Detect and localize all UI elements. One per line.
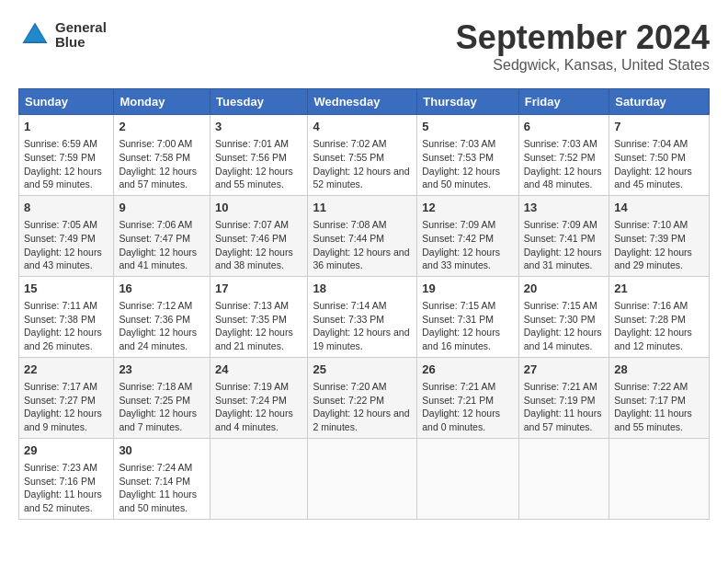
calendar-cell: 16Sunrise: 7:12 AMSunset: 7:36 PMDayligh… [114,276,210,357]
calendar-cell [518,438,609,519]
logo-line2: Blue [55,35,107,51]
day-number: 12 [422,200,514,216]
calendar-cell: 23Sunrise: 7:18 AMSunset: 7:25 PMDayligh… [114,357,210,438]
calendar-header-row: SundayMondayTuesdayWednesdayThursdayFrid… [19,89,710,115]
calendar-cell: 21Sunrise: 7:16 AMSunset: 7:28 PMDayligh… [609,276,710,357]
day-number: 19 [422,281,514,297]
day-number: 8 [24,200,108,216]
calendar-week-row: 29Sunrise: 7:23 AMSunset: 7:16 PMDayligh… [19,438,710,519]
logo: General Blue [18,18,107,52]
calendar-cell: 1Sunrise: 6:59 AMSunset: 7:59 PMDaylight… [19,115,114,196]
calendar-cell: 14Sunrise: 7:10 AMSunset: 7:39 PMDayligh… [609,195,710,276]
header-day-monday: Monday [114,89,210,115]
day-number: 6 [524,119,604,135]
calendar-cell: 10Sunrise: 7:07 AMSunset: 7:46 PMDayligh… [210,195,308,276]
day-number: 15 [24,281,108,297]
day-number: 25 [313,362,412,378]
calendar-week-row: 1Sunrise: 6:59 AMSunset: 7:59 PMDaylight… [19,115,710,196]
calendar-cell: 30Sunrise: 7:24 AMSunset: 7:14 PMDayligh… [114,438,210,519]
page-header: General Blue September 2024 Sedgwick, Ka… [18,18,710,74]
day-number: 28 [614,362,704,378]
calendar-cell: 4Sunrise: 7:02 AMSunset: 7:55 PMDaylight… [308,115,417,196]
calendar-cell: 15Sunrise: 7:11 AMSunset: 7:38 PMDayligh… [19,276,114,357]
calendar-cell: 22Sunrise: 7:17 AMSunset: 7:27 PMDayligh… [19,357,114,438]
day-number: 29 [24,442,108,459]
calendar-cell: 12Sunrise: 7:09 AMSunset: 7:42 PMDayligh… [417,195,519,276]
day-number: 2 [119,119,205,135]
calendar-cell: 17Sunrise: 7:13 AMSunset: 7:35 PMDayligh… [210,276,308,357]
day-number: 17 [215,281,302,297]
subtitle: Sedgwick, Kansas, United States [456,57,710,74]
day-number: 22 [24,362,108,378]
main-title: September 2024 [456,18,710,57]
day-number: 24 [215,362,302,378]
calendar-cell: 20Sunrise: 7:15 AMSunset: 7:30 PMDayligh… [518,276,609,357]
calendar-cell: 27Sunrise: 7:21 AMSunset: 7:19 PMDayligh… [518,357,609,438]
title-block: September 2024 Sedgwick, Kansas, United … [456,18,710,74]
calendar-week-row: 22Sunrise: 7:17 AMSunset: 7:27 PMDayligh… [19,357,710,438]
day-number: 16 [119,281,205,297]
calendar-cell: 24Sunrise: 7:19 AMSunset: 7:24 PMDayligh… [210,357,308,438]
calendar-cell: 7Sunrise: 7:04 AMSunset: 7:50 PMDaylight… [609,115,710,196]
day-number: 7 [614,119,704,135]
calendar-cell: 25Sunrise: 7:20 AMSunset: 7:22 PMDayligh… [308,357,417,438]
day-number: 1 [24,119,108,135]
calendar-cell: 6Sunrise: 7:03 AMSunset: 7:52 PMDaylight… [518,115,609,196]
calendar-cell [609,438,710,519]
calendar-cell: 26Sunrise: 7:21 AMSunset: 7:21 PMDayligh… [417,357,519,438]
calendar-cell [417,438,519,519]
calendar-week-row: 15Sunrise: 7:11 AMSunset: 7:38 PMDayligh… [19,276,710,357]
day-number: 14 [614,200,704,216]
day-number: 18 [313,281,412,297]
calendar-cell: 18Sunrise: 7:14 AMSunset: 7:33 PMDayligh… [308,276,417,357]
header-day-thursday: Thursday [417,89,519,115]
day-number: 21 [614,281,704,297]
calendar-cell: 11Sunrise: 7:08 AMSunset: 7:44 PMDayligh… [308,195,417,276]
day-number: 3 [215,119,302,135]
logo-icon [18,18,51,52]
day-number: 9 [119,200,205,216]
logo-line1: General [55,20,107,36]
calendar-cell: 28Sunrise: 7:22 AMSunset: 7:17 PMDayligh… [609,357,710,438]
day-number: 11 [313,200,412,216]
day-number: 4 [313,119,412,135]
svg-marker-1 [24,25,45,41]
calendar-cell: 5Sunrise: 7:03 AMSunset: 7:53 PMDaylight… [417,115,519,196]
logo-text: General Blue [55,20,107,51]
header-day-tuesday: Tuesday [210,89,308,115]
header-day-saturday: Saturday [609,89,710,115]
calendar-cell: 2Sunrise: 7:00 AMSunset: 7:58 PMDaylight… [114,115,210,196]
day-number: 23 [119,362,205,378]
calendar-cell [210,438,308,519]
calendar-cell: 9Sunrise: 7:06 AMSunset: 7:47 PMDaylight… [114,195,210,276]
day-number: 20 [524,281,604,297]
calendar-cell: 13Sunrise: 7:09 AMSunset: 7:41 PMDayligh… [518,195,609,276]
calendar-table: SundayMondayTuesdayWednesdayThursdayFrid… [18,88,710,520]
day-number: 30 [119,442,205,459]
calendar-cell [308,438,417,519]
header-day-friday: Friday [518,89,609,115]
calendar-cell: 8Sunrise: 7:05 AMSunset: 7:49 PMDaylight… [19,195,114,276]
day-number: 5 [422,119,514,135]
day-number: 13 [524,200,604,216]
calendar-cell: 29Sunrise: 7:23 AMSunset: 7:16 PMDayligh… [19,438,114,519]
calendar-week-row: 8Sunrise: 7:05 AMSunset: 7:49 PMDaylight… [19,195,710,276]
calendar-cell: 19Sunrise: 7:15 AMSunset: 7:31 PMDayligh… [417,276,519,357]
header-day-sunday: Sunday [19,89,114,115]
calendar-cell: 3Sunrise: 7:01 AMSunset: 7:56 PMDaylight… [210,115,308,196]
header-day-wednesday: Wednesday [308,89,417,115]
day-number: 27 [524,362,604,378]
day-number: 26 [422,362,514,378]
day-number: 10 [215,200,302,216]
